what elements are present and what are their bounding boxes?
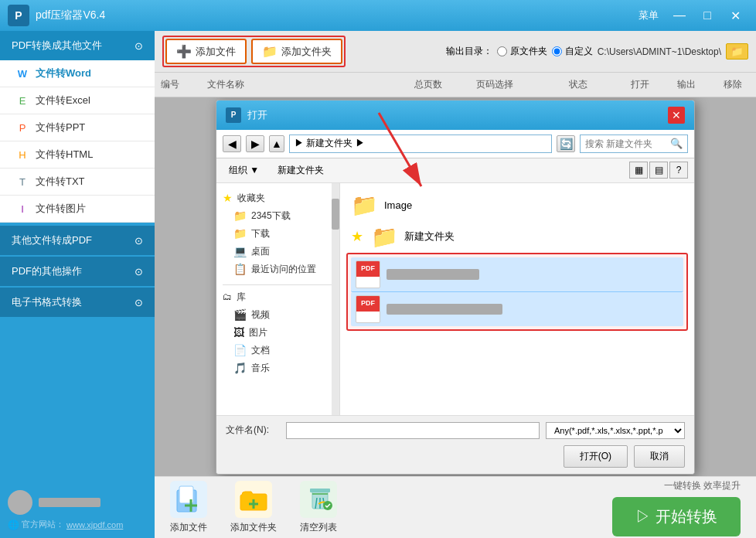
minimize-button[interactable]: —: [666, 5, 693, 26]
browse-folder-button[interactable]: 📁: [726, 43, 748, 60]
sidebar-section-other-to-pdf[interactable]: 其他文件转成PDF ⊙: [0, 226, 155, 255]
library-icon: 🗂: [223, 291, 232, 302]
bottom-add-file[interactable]: 添加文件: [170, 481, 207, 534]
file-item-pdf1[interactable]: PDF: [351, 257, 683, 292]
file-item-new-folder[interactable]: ★ 📁 新建文件夹: [346, 221, 688, 253]
add-file-label: 添加文件: [196, 45, 236, 59]
nav-item-2345[interactable]: 📁 2345下载: [216, 207, 339, 225]
nav-item-recent[interactable]: 📋 最近访问的位置: [216, 260, 339, 278]
help-button[interactable]: ?: [669, 162, 688, 179]
filetype-select[interactable]: Any(*.pdf,*.xls,*.xlsx,*.ppt,*.p: [546, 422, 685, 439]
bottom-add-folder-icon: [235, 481, 272, 518]
user-section: [8, 490, 147, 515]
bottom-clear-icon: [300, 481, 337, 518]
sidebar-item-label: 文件转HTML: [36, 148, 93, 162]
sidebar-item-image[interactable]: I 文件转图片: [0, 196, 155, 223]
file-item-pdf2[interactable]: PDF: [351, 292, 683, 326]
pdf-icon1: PDF: [356, 260, 380, 288]
folder-icon: 📁: [351, 192, 378, 218]
breadcrumb-bar[interactable]: ▶ 新建文件夹 ▶: [289, 134, 552, 153]
sidebar-section-label4: 电子书格式转换: [12, 295, 82, 309]
view-list-button[interactable]: ▤: [649, 162, 668, 179]
nav-item-label: 下载: [251, 227, 270, 240]
output-section: 输出目录： 原文件夹 自定义 C:\Users\ADMINT~1\Desktop…: [446, 43, 748, 60]
output-path: C:\Users\ADMINT~1\Desktop\: [598, 46, 721, 57]
music-icon: 🎵: [233, 362, 247, 374]
nav-item-docs[interactable]: 📄 文档: [216, 342, 339, 359]
close-button[interactable]: ✕: [722, 5, 748, 26]
back-button[interactable]: ◀: [223, 135, 241, 152]
cancel-button[interactable]: 取消: [634, 445, 685, 468]
bottom-add-folder[interactable]: 添加文件夹: [230, 481, 277, 534]
sidebar-section-pdf-other-ops[interactable]: PDF的其他操作 ⊙: [0, 257, 155, 286]
add-folder-icon: 📁: [262, 44, 278, 59]
up-button[interactable]: ▲: [269, 135, 284, 152]
sidebar-item-ppt[interactable]: P 文件转PPT: [0, 114, 155, 141]
nav-item-download[interactable]: 📁 下载: [216, 225, 339, 243]
col-pages: 总页数: [408, 76, 470, 94]
folder-icon: 📁: [371, 224, 398, 250]
organize-button[interactable]: 组织 ▼: [223, 162, 265, 179]
library-header[interactable]: 🗂 库: [216, 288, 339, 306]
view-buttons: ▦ ▤ ?: [629, 162, 688, 179]
nav-item-label: 图片: [249, 326, 267, 339]
sidebar-section-pdf-to-other[interactable]: PDF转换成其他文件 ⊙: [0, 31, 155, 60]
refresh-button[interactable]: 🔄: [557, 135, 575, 152]
titlebar: P pdf压缩器V6.4 菜单 — □ ✕: [0, 0, 756, 31]
new-folder-button[interactable]: 新建文件夹: [271, 162, 330, 179]
nav-item-label: 2345下载: [251, 209, 291, 223]
output-label: 输出目录：: [446, 45, 492, 58]
ppt-icon: P: [15, 121, 29, 134]
video-icon: 🎬: [233, 308, 247, 321]
sidebar-item-excel[interactable]: E 文件转Excel: [0, 87, 155, 114]
nav-item-pictures[interactable]: 🖼 图片: [216, 324, 339, 342]
nav-item-music[interactable]: 🎵 音乐: [216, 359, 339, 377]
txt-icon: T: [15, 175, 29, 189]
nav-item-video[interactable]: 🎬 视频: [216, 306, 339, 324]
restore-button[interactable]: □: [694, 5, 720, 26]
radio-custom[interactable]: 自定义: [552, 45, 593, 58]
filename-input[interactable]: [286, 422, 540, 439]
add-folder-button[interactable]: 📁 添加文件夹: [251, 39, 342, 64]
chevron-icon2: ⊙: [135, 235, 143, 247]
view-grid-button[interactable]: ▦: [629, 162, 648, 179]
desktop-icon: 💻: [233, 245, 247, 257]
radio-original-input[interactable]: [497, 46, 507, 56]
col-number: 编号: [155, 76, 201, 94]
nav-item-desktop[interactable]: 💻 桌面: [216, 243, 339, 260]
nav-item-label: 最近访问的位置: [251, 263, 316, 276]
file-open-dialog: P 打开 ✕ ◀ ▶ ▲ ▶ 新建文件夹 ▶ 🔄: [216, 100, 695, 475]
radio-original[interactable]: 原文件夹: [497, 45, 547, 58]
radio-custom-label: 自定义: [565, 45, 593, 58]
docs-icon: 📄: [233, 344, 247, 356]
radio-custom-input[interactable]: [552, 46, 562, 56]
sidebar-item-html[interactable]: H 文件转HTML: [0, 141, 155, 169]
file-item-image-folder[interactable]: 📁 Image: [346, 189, 688, 221]
scrollbar-thumb[interactable]: [332, 199, 339, 230]
forward-button[interactable]: ▶: [246, 135, 264, 152]
sidebar-item-label: 文件转图片: [36, 202, 86, 216]
dialog-logo: P: [226, 107, 241, 123]
bottom-clear-list[interactable]: 清空列表: [300, 481, 337, 534]
bottom-clear-label: 清空列表: [300, 521, 337, 534]
chevron-icon4: ⊙: [135, 297, 143, 308]
col-filename: 文件名称: [201, 76, 408, 94]
dialog-sidebar: ★ 收藏夹 📁 2345下载 📁 下载: [216, 183, 340, 415]
search-input[interactable]: [585, 138, 667, 149]
website-url[interactable]: www.xjpdf.com: [66, 520, 123, 529]
open-button[interactable]: 打开(O): [564, 445, 628, 468]
sidebar-item-txt[interactable]: T 文件转TXT: [0, 169, 155, 196]
sidebar-section-label: PDF转换成其他文件: [12, 39, 102, 53]
favorites-header[interactable]: ★ 收藏夹: [216, 189, 339, 207]
search-bar[interactable]: 🔍: [580, 134, 688, 153]
start-convert-button[interactable]: ▷ 开始转换: [612, 497, 741, 536]
dialog-close-button[interactable]: ✕: [668, 107, 685, 124]
menu-icon[interactable]: 菜单: [639, 9, 659, 22]
sidebar-section-ebook[interactable]: 电子书格式转换 ⊙: [0, 288, 155, 317]
bottom-bar: 添加文件 添加文件夹: [155, 476, 756, 538]
add-file-button[interactable]: ➕ 添加文件: [165, 39, 247, 64]
col-remove: 移除: [717, 76, 756, 94]
dialog-addressbar: ◀ ▶ ▲ ▶ 新建文件夹 ▶ 🔄 🔍: [216, 130, 694, 158]
sidebar-item-word[interactable]: W 文件转Word: [0, 60, 155, 87]
dialog-overlay: P 打开 ✕ ◀ ▶ ▲ ▶ 新建文件夹 ▶ 🔄: [155, 97, 756, 476]
